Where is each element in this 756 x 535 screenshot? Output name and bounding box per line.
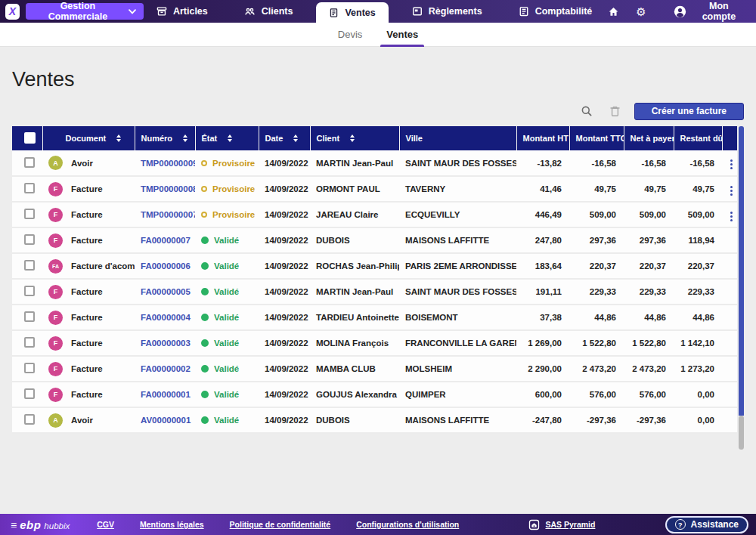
- column-header-etat[interactable]: État: [195, 126, 259, 150]
- scrollbar-thumb[interactable]: [739, 416, 744, 450]
- restant-du-cell: 118,94: [674, 227, 722, 253]
- footer: ≡ebp hubbix CGVMentions légalesPolitique…: [0, 514, 756, 535]
- numero-cell: TMP00000009: [135, 150, 195, 176]
- document-number-link[interactable]: FA00000003: [141, 339, 191, 348]
- column-header-document[interactable]: Document: [42, 126, 135, 150]
- footer-link[interactable]: Mentions légales: [140, 520, 204, 529]
- document-number-link[interactable]: FA00000006: [141, 261, 191, 271]
- document-type-badge: A: [48, 413, 63, 428]
- ville-cell: TAVERNY: [399, 176, 516, 202]
- tab-ventes[interactable]: Ventes: [316, 2, 388, 23]
- document-number-link[interactable]: TMP00000009: [141, 159, 195, 168]
- montant-ttc-cell: 576,00: [569, 382, 624, 407]
- document-type-badge: FA: [48, 259, 63, 274]
- select-cell: [12, 279, 42, 305]
- restant-du-cell: 44,86: [674, 305, 722, 330]
- column-header-numero[interactable]: Numéro: [135, 126, 195, 150]
- table-row[interactable]: FFactureFA00000005Validé14/09/2022MARTIN…: [12, 279, 737, 305]
- table-row[interactable]: FFactureFA00000004Validé14/09/2022TARDIE…: [12, 305, 737, 330]
- status-icon: [201, 365, 209, 373]
- column-header-client[interactable]: Client: [310, 126, 399, 150]
- tab-label: Règlements: [429, 6, 482, 17]
- company-area: SAS Pyramid: [528, 519, 595, 530]
- tab-clients[interactable]: Clients: [231, 0, 306, 23]
- restant-du-cell: 0,00: [674, 382, 722, 407]
- row-checkbox[interactable]: [24, 157, 35, 168]
- app-switcher-dropdown[interactable]: Gestion Commerciale: [26, 3, 144, 20]
- row-checkbox[interactable]: [24, 234, 35, 245]
- etat-cell: Validé: [195, 330, 259, 356]
- client-cell: ROCHAS Jean-Philippe: [310, 253, 399, 279]
- subtab-devis[interactable]: Devis: [332, 23, 369, 47]
- document-cell: FFacture: [42, 227, 135, 253]
- row-menu-button[interactable]: [728, 157, 735, 172]
- tab-articles[interactable]: Articles: [144, 0, 221, 23]
- footer-link[interactable]: Configurations d'utilisation: [356, 520, 459, 529]
- hubbix-wordmark: hubbix: [44, 521, 70, 530]
- document-number-link[interactable]: TMP00000008: [141, 184, 195, 193]
- document-number-link[interactable]: TMP00000007: [141, 210, 195, 219]
- table-row[interactable]: AAvoirTMP00000009Provisoire14/09/2022MAR…: [12, 150, 737, 176]
- restant-du-cell: -16,58: [674, 150, 722, 176]
- row-checkbox[interactable]: [24, 414, 35, 425]
- numero-cell: FA00000004: [135, 305, 195, 330]
- assistance-button[interactable]: ? Assistance: [665, 516, 748, 533]
- row-checkbox[interactable]: [24, 337, 35, 348]
- document-number-link[interactable]: FA00000002: [141, 364, 191, 373]
- delete-button[interactable]: [606, 102, 624, 120]
- footer-link[interactable]: Politique de confidentialité: [230, 520, 331, 529]
- table-row[interactable]: FFactureFA00000007Validé14/09/2022DUBOIS…: [12, 227, 737, 253]
- table-row[interactable]: AAvoirAV00000001Validé14/09/2022DUBOISMA…: [12, 407, 737, 433]
- row-menu-button[interactable]: [728, 184, 735, 198]
- table-row[interactable]: FFactureFA00000003Validé14/09/2022MOLINA…: [12, 330, 737, 356]
- ville-cell: FRANCONVILLE LA GARENNE: [399, 330, 516, 356]
- document-type-label: Facture: [71, 184, 103, 193]
- select-all-checkbox[interactable]: [24, 132, 36, 144]
- actions-cell: [722, 176, 737, 202]
- row-checkbox[interactable]: [24, 260, 35, 271]
- document-type-badge: F: [48, 285, 63, 299]
- document-number-link[interactable]: FA00000001: [141, 390, 191, 399]
- table-scrollbar[interactable]: [739, 126, 744, 450]
- document-number-link[interactable]: FA00000007: [141, 236, 191, 245]
- date-cell: 14/09/2022: [259, 253, 310, 279]
- document-number-link[interactable]: FA00000005: [141, 287, 191, 296]
- table-row[interactable]: FFactureFA00000002Validé14/09/2022MAMBA …: [12, 356, 737, 382]
- row-checkbox[interactable]: [24, 183, 35, 193]
- numero-cell: TMP00000008: [135, 176, 195, 202]
- tab-comptabilite[interactable]: Comptabilité: [506, 0, 606, 23]
- row-checkbox[interactable]: [24, 286, 35, 296]
- settings-button[interactable]: ⚙: [633, 3, 649, 20]
- row-menu-button[interactable]: [728, 209, 735, 224]
- document-number-link[interactable]: FA00000004: [141, 313, 191, 322]
- column-label: Restant dû: [680, 134, 723, 143]
- footer-link[interactable]: CGV: [97, 520, 114, 529]
- tab-reglements[interactable]: Règlements: [399, 0, 495, 23]
- ville-cell: MOLSHEIM: [399, 356, 516, 382]
- scrollbar-track[interactable]: [739, 126, 744, 416]
- table-row[interactable]: FFactureTMP00000008Provisoire14/09/2022O…: [12, 176, 737, 202]
- column-label: Client: [317, 134, 340, 143]
- company-link[interactable]: SAS Pyramid: [545, 520, 595, 529]
- account-menu[interactable]: Mon compte: [674, 1, 745, 22]
- column-header-date[interactable]: Date: [259, 126, 310, 150]
- row-checkbox[interactable]: [24, 209, 35, 219]
- sub-tabs: DevisVentes: [0, 23, 756, 47]
- table-row[interactable]: FAFacture d'acompteFA00000006Validé14/09…: [12, 253, 737, 279]
- create-invoice-button[interactable]: Créer une facture: [634, 103, 744, 120]
- document-number-link[interactable]: AV00000001: [141, 416, 191, 425]
- home-button[interactable]: [605, 3, 622, 20]
- row-checkbox[interactable]: [24, 311, 35, 322]
- row-checkbox[interactable]: [24, 388, 35, 399]
- table-row[interactable]: FFactureFA00000001Validé14/09/2022GOUJUS…: [12, 382, 737, 407]
- montant-ht-cell: 183,64: [516, 253, 569, 279]
- document-type-label: Facture: [71, 339, 103, 348]
- row-checkbox[interactable]: [24, 363, 35, 373]
- document-cell: FFacture: [42, 356, 135, 382]
- table-row[interactable]: FFactureTMP00000007Provisoire14/09/2022J…: [12, 202, 737, 227]
- document-cell: FFacture: [42, 330, 135, 356]
- document-cell: AAvoir: [42, 407, 135, 433]
- subtab-ventes[interactable]: Ventes: [380, 23, 424, 47]
- search-button[interactable]: [578, 102, 596, 120]
- ville-cell: MAISONS LAFFITTE: [399, 407, 516, 433]
